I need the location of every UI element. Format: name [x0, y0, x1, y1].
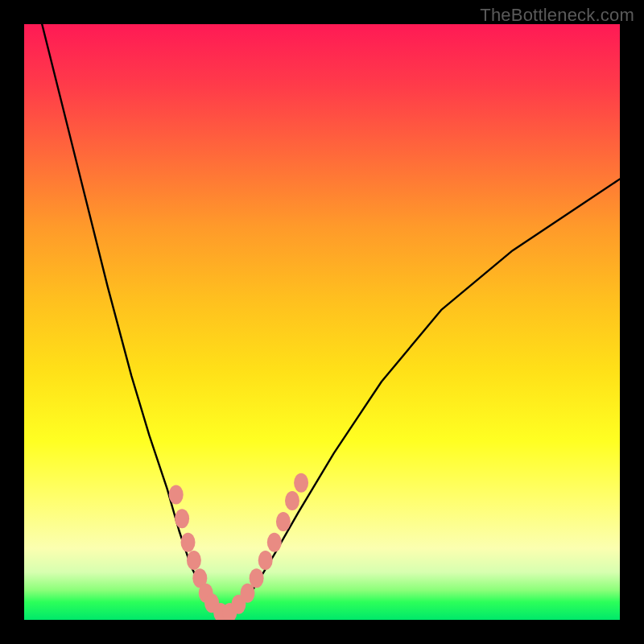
marker-bead [258, 551, 273, 570]
watermark-text: TheBottleneck.com [480, 5, 634, 26]
marker-bead [267, 533, 282, 552]
chart-plot-area [24, 24, 620, 620]
marker-bead [175, 509, 189, 528]
marker-bead [294, 473, 308, 493]
marker-bead [187, 551, 201, 570]
marker-bead [181, 533, 196, 552]
curve-line [42, 24, 620, 615]
marker-bead [285, 491, 299, 510]
marker-bead [169, 485, 184, 505]
marker-bead [276, 512, 291, 531]
chart-svg [24, 24, 620, 620]
marker-bead [250, 568, 264, 588]
